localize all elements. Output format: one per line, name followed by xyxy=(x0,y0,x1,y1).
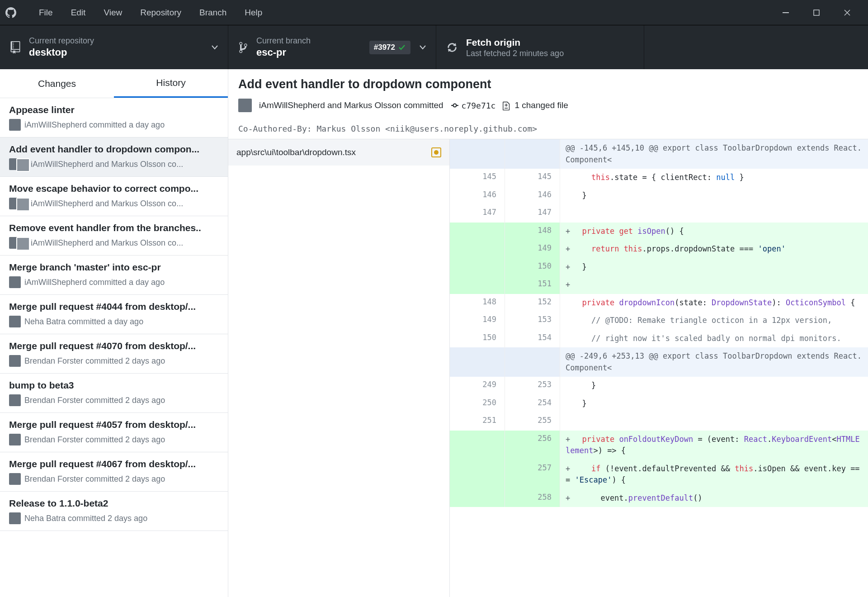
menu-repository[interactable]: Repository xyxy=(131,8,190,18)
sidebar: Changes History Appease linteriAmWillShe… xyxy=(0,69,228,597)
commit-item-byline: Brendan Forster committed 2 days ago xyxy=(24,396,165,405)
line-number-new: 151 xyxy=(505,276,560,294)
commit-item-byline: iAmWillShepherd committed a day ago xyxy=(24,120,165,130)
diff-view[interactable]: @@ -145,6 +145,10 @@ export class Toolba… xyxy=(450,139,868,597)
commit-message: Co-Authored-By: Markus Olsson <niik@user… xyxy=(228,118,868,139)
line-number-new: 258 xyxy=(505,489,560,507)
repo-icon xyxy=(10,41,21,54)
chevron-down-icon xyxy=(420,45,426,50)
line-number-new: 149 xyxy=(505,240,560,258)
diff-row: 147147 xyxy=(450,204,868,223)
repo-label: Current repository xyxy=(29,36,207,46)
line-number-old xyxy=(450,240,505,258)
diff-row: 149153 // @TODO: Remake triangle octicon… xyxy=(450,312,868,330)
branch-dropdown[interactable]: Current branch esc-pr #3972 xyxy=(228,25,436,69)
commit-item[interactable]: Release to 1.1.0-beta2Neha Batra committ… xyxy=(0,492,228,531)
file-row[interactable]: app\src\ui\toolbar\dropdown.tsx xyxy=(228,139,449,166)
files-changed[interactable]: 1 changed file xyxy=(503,100,568,110)
line-number-old xyxy=(450,276,505,294)
diff-row: 257+ if (!event.defaultPrevented && this… xyxy=(450,460,868,489)
diff-row: 148+ private get isOpen() { xyxy=(450,223,868,241)
diff-row: 149+ return this.props.dropdownState ===… xyxy=(450,240,868,258)
diff-row: 151+ xyxy=(450,276,868,294)
chevron-down-icon xyxy=(212,45,218,50)
window-maximize-button[interactable] xyxy=(801,4,832,22)
titlebar: FileEditViewRepositoryBranchHelp xyxy=(0,0,868,25)
line-number-new: 253 xyxy=(505,377,560,395)
line-number-new: 153 xyxy=(505,312,560,330)
commit-item[interactable]: Add event handler to dropdown compon...i… xyxy=(0,137,228,177)
commit-item[interactable]: Remove event handler from the branches..… xyxy=(0,216,228,256)
commit-sha[interactable]: c79e71c xyxy=(451,101,496,110)
line-number-old xyxy=(450,347,505,377)
diff-code: + } xyxy=(560,258,868,276)
line-number-new xyxy=(505,139,560,169)
commit-item-byline: Neha Batra committed a day ago xyxy=(24,317,143,327)
commit-item-title: Merge pull request #4067 from desktop/..… xyxy=(9,459,219,469)
sync-icon xyxy=(446,42,458,53)
commit-item[interactable]: Merge pull request #4067 from desktop/..… xyxy=(0,452,228,492)
fetch-button[interactable]: Fetch origin Last fetched 2 minutes ago xyxy=(436,25,644,69)
commit-item-byline: Neha Batra committed 2 days ago xyxy=(24,514,147,523)
svg-rect-1 xyxy=(814,10,819,15)
avatar xyxy=(9,394,21,406)
avatar xyxy=(9,316,21,327)
diff-row: 249253 } xyxy=(450,377,868,395)
minimize-icon xyxy=(783,12,789,13)
diff-row: 150+ } xyxy=(450,258,868,276)
avatar xyxy=(9,198,27,209)
commit-item[interactable]: Merge branch 'master' into esc-priAmWill… xyxy=(0,256,228,295)
window-close-button[interactable] xyxy=(832,4,863,22)
avatar xyxy=(9,237,27,249)
diff-code: } xyxy=(560,377,868,395)
line-number-old xyxy=(450,431,505,460)
diff-code: @@ -145,6 +145,10 @@ export class Toolba… xyxy=(560,139,868,169)
line-number-new: 154 xyxy=(505,330,560,348)
author-avatar xyxy=(238,99,252,112)
diff-row: 256+ private onFoldoutKeyDown = (event: … xyxy=(450,431,868,460)
commit-item-byline: Brendan Forster committed 2 days ago xyxy=(24,356,165,366)
avatar xyxy=(9,276,21,288)
commit-item[interactable]: bump to beta3Brendan Forster committed 2… xyxy=(0,374,228,413)
line-number-new: 256 xyxy=(505,431,560,460)
diff-code: + event.preventDefault() xyxy=(560,489,868,507)
tab-history[interactable]: History xyxy=(114,69,228,98)
commit-item-title: Merge pull request #4044 from desktop/..… xyxy=(9,301,219,312)
avatar xyxy=(9,158,27,170)
commit-item-title: Move escape behavior to correct compo... xyxy=(9,183,219,194)
menu-file[interactable]: File xyxy=(30,8,62,18)
menu-edit[interactable]: Edit xyxy=(62,8,95,18)
git-branch-icon xyxy=(238,41,248,54)
commit-item-byline: iAmWillShepherd and Markus Olsson co... xyxy=(31,160,183,169)
commit-item[interactable]: Merge pull request #4044 from desktop/..… xyxy=(0,295,228,334)
diff-code: // right now it's scaled badly on normal… xyxy=(560,330,868,348)
avatar xyxy=(9,119,21,131)
line-number-old xyxy=(450,258,505,276)
diff-code: @@ -249,6 +253,13 @@ export class Toolba… xyxy=(560,347,868,377)
tab-changes[interactable]: Changes xyxy=(0,69,114,98)
commit-list[interactable]: Appease linteriAmWillShepherd committed … xyxy=(0,98,228,597)
line-number-new: 150 xyxy=(505,258,560,276)
commit-item-byline: iAmWillShepherd and Markus Olsson co... xyxy=(31,238,183,248)
commit-byline: iAmWillShepherd and Markus Olsson commit… xyxy=(259,100,443,110)
commit-item[interactable]: Merge pull request #4070 from desktop/..… xyxy=(0,334,228,374)
window-minimize-button[interactable] xyxy=(770,4,801,22)
line-number-old: 149 xyxy=(450,312,505,330)
line-number-old: 148 xyxy=(450,294,505,312)
diff-row: 146146 } xyxy=(450,187,868,205)
menu-help[interactable]: Help xyxy=(236,8,271,18)
diff-row: @@ -145,6 +145,10 @@ export class Toolba… xyxy=(450,139,868,169)
commit-item-title: Remove event handler from the branches.. xyxy=(9,223,219,233)
modified-icon xyxy=(431,147,441,157)
fetch-sub: Last fetched 2 minutes ago xyxy=(466,49,634,58)
avatar xyxy=(9,355,21,367)
commit-item[interactable]: Move escape behavior to correct compo...… xyxy=(0,177,228,216)
line-number-old xyxy=(450,139,505,169)
repo-dropdown[interactable]: Current repository desktop xyxy=(0,25,228,69)
diff-code: + return this.props.dropdownState === 'o… xyxy=(560,240,868,258)
menu-view[interactable]: View xyxy=(94,8,131,18)
commit-item[interactable]: Appease linteriAmWillShepherd committed … xyxy=(0,98,228,137)
menu-branch[interactable]: Branch xyxy=(190,8,236,18)
commit-item[interactable]: Merge pull request #4057 from desktop/..… xyxy=(0,413,228,452)
line-number-old: 249 xyxy=(450,377,505,395)
